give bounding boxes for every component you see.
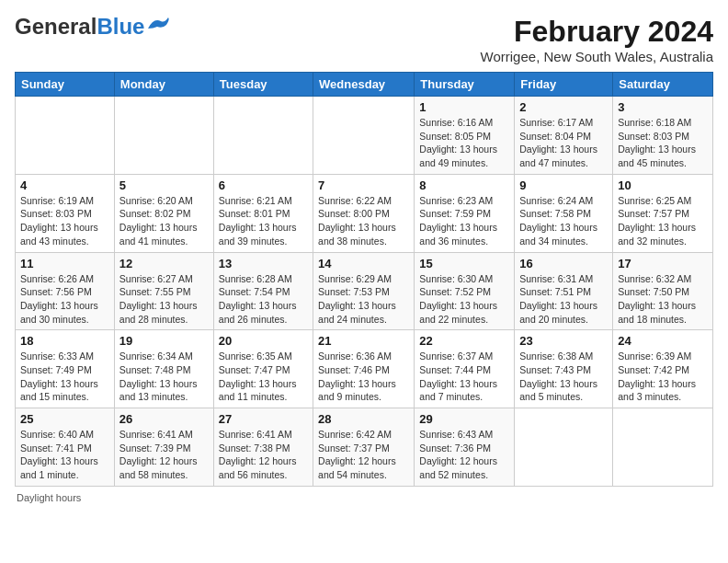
calendar-day-cell: 20Sunrise: 6:35 AMSunset: 7:47 PMDayligh… <box>213 330 313 408</box>
day-info: Sunrise: 6:42 AMSunset: 7:37 PMDaylight:… <box>318 428 409 482</box>
day-number: 19 <box>119 334 209 348</box>
calendar-day-cell: 2Sunrise: 6:17 AMSunset: 8:04 PMDaylight… <box>515 97 613 175</box>
day-number: 12 <box>119 257 209 270</box>
day-number: 3 <box>618 100 708 114</box>
calendar-week-row: 18Sunrise: 6:33 AMSunset: 7:49 PMDayligh… <box>16 330 713 408</box>
logo: GeneralBlue <box>15 15 172 39</box>
day-number: 2 <box>519 100 608 114</box>
logo-bird-icon <box>146 16 172 34</box>
day-info: Sunrise: 6:41 AMSunset: 7:38 PMDaylight:… <box>219 428 308 482</box>
footer-text: Daylight hours <box>17 492 81 503</box>
calendar-day-cell: 22Sunrise: 6:37 AMSunset: 7:44 PMDayligh… <box>415 330 515 408</box>
calendar-day-cell: 10Sunrise: 6:25 AMSunset: 7:57 PMDayligh… <box>613 174 713 252</box>
title-block: February 2024 Worrigee, New South Wales,… <box>481 15 713 64</box>
day-info: Sunrise: 6:26 AMSunset: 7:56 PMDaylight:… <box>20 272 109 327</box>
day-info: Sunrise: 6:21 AMSunset: 8:01 PMDaylight:… <box>219 194 308 248</box>
day-number: 7 <box>318 178 409 192</box>
calendar-day-cell: 17Sunrise: 6:32 AMSunset: 7:50 PMDayligh… <box>613 252 713 330</box>
day-info: Sunrise: 6:31 AMSunset: 7:51 PMDaylight:… <box>519 272 608 327</box>
calendar-day-cell: 7Sunrise: 6:22 AMSunset: 8:00 PMDaylight… <box>313 174 415 252</box>
day-number: 14 <box>318 257 409 270</box>
day-info: Sunrise: 6:28 AMSunset: 7:54 PMDaylight:… <box>219 272 308 327</box>
logo-blue: Blue <box>97 14 144 39</box>
day-number: 23 <box>519 334 608 348</box>
calendar-table: SundayMondayTuesdayWednesdayThursdayFrid… <box>15 72 713 487</box>
day-info: Sunrise: 6:33 AMSunset: 7:49 PMDaylight:… <box>20 350 109 404</box>
day-info: Sunrise: 6:34 AMSunset: 7:48 PMDaylight:… <box>119 350 209 404</box>
day-number: 20 <box>219 334 308 348</box>
calendar-day-header: Thursday <box>415 73 515 97</box>
day-number: 16 <box>519 257 608 270</box>
day-number: 25 <box>20 412 109 426</box>
day-number: 22 <box>419 334 509 348</box>
day-info: Sunrise: 6:16 AMSunset: 8:05 PMDaylight:… <box>419 116 509 170</box>
calendar-day-cell: 18Sunrise: 6:33 AMSunset: 7:49 PMDayligh… <box>16 330 115 408</box>
calendar-day-cell: 16Sunrise: 6:31 AMSunset: 7:51 PMDayligh… <box>515 252 613 330</box>
day-info: Sunrise: 6:25 AMSunset: 7:57 PMDaylight:… <box>618 194 708 248</box>
day-number: 29 <box>419 412 509 426</box>
day-info: Sunrise: 6:38 AMSunset: 7:43 PMDaylight:… <box>519 350 608 404</box>
day-number: 6 <box>219 178 308 192</box>
calendar-week-row: 4Sunrise: 6:19 AMSunset: 8:03 PMDaylight… <box>16 174 713 252</box>
calendar-day-cell: 24Sunrise: 6:39 AMSunset: 7:42 PMDayligh… <box>613 330 713 408</box>
day-info: Sunrise: 6:36 AMSunset: 7:46 PMDaylight:… <box>318 350 409 404</box>
day-info: Sunrise: 6:43 AMSunset: 7:36 PMDaylight:… <box>419 428 509 482</box>
day-info: Sunrise: 6:20 AMSunset: 8:02 PMDaylight:… <box>119 194 209 248</box>
day-info: Sunrise: 6:37 AMSunset: 7:44 PMDaylight:… <box>419 350 509 404</box>
day-number: 15 <box>419 257 509 270</box>
day-number: 13 <box>219 257 308 270</box>
calendar-day-cell <box>313 97 415 175</box>
day-info: Sunrise: 6:30 AMSunset: 7:52 PMDaylight:… <box>419 272 509 327</box>
day-info: Sunrise: 6:27 AMSunset: 7:55 PMDaylight:… <box>119 272 209 327</box>
calendar-day-cell: 25Sunrise: 6:40 AMSunset: 7:41 PMDayligh… <box>16 408 115 487</box>
calendar-day-cell: 28Sunrise: 6:42 AMSunset: 7:37 PMDayligh… <box>313 408 415 487</box>
calendar-week-row: 11Sunrise: 6:26 AMSunset: 7:56 PMDayligh… <box>16 252 713 330</box>
page-header: GeneralBlue February 2024 Worrigee, New … <box>15 15 713 64</box>
calendar-day-cell: 26Sunrise: 6:41 AMSunset: 7:39 PMDayligh… <box>114 408 213 487</box>
calendar-day-cell: 11Sunrise: 6:26 AMSunset: 7:56 PMDayligh… <box>16 252 115 330</box>
calendar-day-cell: 23Sunrise: 6:38 AMSunset: 7:43 PMDayligh… <box>515 330 613 408</box>
day-info: Sunrise: 6:18 AMSunset: 8:03 PMDaylight:… <box>618 116 708 170</box>
day-number: 17 <box>618 257 708 270</box>
day-number: 21 <box>318 334 409 348</box>
calendar-day-cell <box>16 97 115 175</box>
day-number: 28 <box>318 412 409 426</box>
day-info: Sunrise: 6:40 AMSunset: 7:41 PMDaylight:… <box>20 428 109 482</box>
calendar-day-cell: 1Sunrise: 6:16 AMSunset: 8:05 PMDaylight… <box>415 97 515 175</box>
calendar-day-cell: 3Sunrise: 6:18 AMSunset: 8:03 PMDaylight… <box>613 97 713 175</box>
calendar-day-cell: 15Sunrise: 6:30 AMSunset: 7:52 PMDayligh… <box>415 252 515 330</box>
day-number: 10 <box>618 178 708 192</box>
calendar-day-cell: 5Sunrise: 6:20 AMSunset: 8:02 PMDaylight… <box>114 174 213 252</box>
page-title: February 2024 <box>481 15 713 49</box>
day-number: 9 <box>519 178 608 192</box>
day-info: Sunrise: 6:24 AMSunset: 7:58 PMDaylight:… <box>519 194 608 248</box>
day-info: Sunrise: 6:19 AMSunset: 8:03 PMDaylight:… <box>20 194 109 248</box>
calendar-day-cell: 13Sunrise: 6:28 AMSunset: 7:54 PMDayligh… <box>213 252 313 330</box>
day-info: Sunrise: 6:32 AMSunset: 7:50 PMDaylight:… <box>618 272 708 327</box>
calendar-week-row: 1Sunrise: 6:16 AMSunset: 8:05 PMDaylight… <box>16 97 713 175</box>
calendar-day-cell: 21Sunrise: 6:36 AMSunset: 7:46 PMDayligh… <box>313 330 415 408</box>
calendar-day-cell <box>515 408 613 487</box>
day-number: 5 <box>119 178 209 192</box>
day-info: Sunrise: 6:23 AMSunset: 7:59 PMDaylight:… <box>419 194 509 248</box>
calendar-day-header: Tuesday <box>213 73 313 97</box>
calendar-day-cell: 29Sunrise: 6:43 AMSunset: 7:36 PMDayligh… <box>415 408 515 487</box>
page-subtitle: Worrigee, New South Wales, Australia <box>481 49 713 64</box>
logo-text: GeneralBlue <box>15 15 144 39</box>
calendar-day-cell <box>613 408 713 487</box>
calendar-week-row: 25Sunrise: 6:40 AMSunset: 7:41 PMDayligh… <box>16 408 713 487</box>
day-info: Sunrise: 6:39 AMSunset: 7:42 PMDaylight:… <box>618 350 708 404</box>
calendar-day-cell: 8Sunrise: 6:23 AMSunset: 7:59 PMDaylight… <box>415 174 515 252</box>
calendar-footer: Daylight hours <box>15 492 713 503</box>
day-number: 24 <box>618 334 708 348</box>
calendar-day-cell: 19Sunrise: 6:34 AMSunset: 7:48 PMDayligh… <box>114 330 213 408</box>
calendar-header-row: SundayMondayTuesdayWednesdayThursdayFrid… <box>16 73 713 97</box>
day-number: 27 <box>219 412 308 426</box>
calendar-day-cell: 6Sunrise: 6:21 AMSunset: 8:01 PMDaylight… <box>213 174 313 252</box>
day-info: Sunrise: 6:41 AMSunset: 7:39 PMDaylight:… <box>119 428 209 482</box>
day-info: Sunrise: 6:17 AMSunset: 8:04 PMDaylight:… <box>519 116 608 170</box>
day-info: Sunrise: 6:22 AMSunset: 8:00 PMDaylight:… <box>318 194 409 248</box>
day-number: 26 <box>119 412 209 426</box>
calendar-day-header: Monday <box>114 73 213 97</box>
day-number: 8 <box>419 178 509 192</box>
